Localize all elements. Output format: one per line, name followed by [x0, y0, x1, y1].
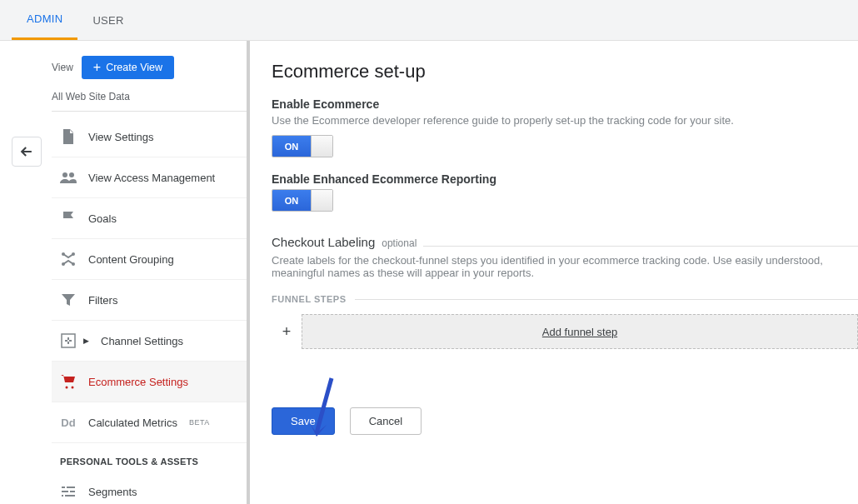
document-icon [60, 128, 77, 145]
top-tabs: ADMIN USER [0, 0, 858, 41]
beta-badge: BETA [189, 418, 210, 427]
filter-icon [60, 292, 77, 308]
section-header-personal: PERSONAL TOOLS & ASSETS [52, 443, 247, 472]
channel-icon [60, 332, 77, 349]
enable-ecommerce-label: Enable Ecommerce [272, 97, 858, 111]
svg-point-2 [62, 252, 65, 256]
toggle-on-label: ON [272, 136, 311, 157]
sidebar-item-view-settings[interactable]: View Settings [52, 117, 247, 157]
enable-enhanced-toggle[interactable]: ON [272, 189, 333, 212]
svg-point-0 [62, 172, 67, 177]
checkout-labeling-title: Checkout Labeling [272, 235, 375, 249]
sidebar-item-access-management[interactable]: View Access Management [52, 157, 247, 198]
toggle-on-label: ON [272, 190, 311, 211]
arrow-left-icon [18, 143, 35, 160]
svg-point-7 [66, 387, 68, 389]
segments-icon [60, 483, 77, 500]
sidebar-item-goals[interactable]: Goals [52, 198, 247, 239]
dd-icon: Dd [60, 414, 77, 431]
funnel-plus-icon: + [272, 314, 302, 349]
sidebar-item-label: View Access Management [88, 172, 215, 184]
create-view-label: Create View [106, 62, 162, 73]
save-button[interactable]: Save [272, 407, 335, 435]
view-label: View [52, 62, 73, 73]
sidebar-item-ecommerce-settings[interactable]: Ecommerce Settings [52, 362, 247, 402]
view-selector[interactable]: All Web Site Data [52, 86, 247, 112]
grouping-icon [60, 251, 77, 267]
enable-enhanced-label: Enable Enhanced Ecommerce Reporting [272, 172, 858, 186]
funnel-steps-label-text: FUNNEL STEPS [272, 294, 347, 304]
tab-user[interactable]: USER [77, 0, 138, 40]
divider [355, 299, 858, 300]
sidebar-item-label: Ecommerce Settings [88, 376, 188, 388]
funnel-steps-label: FUNNEL STEPS [272, 294, 858, 304]
cancel-button[interactable]: Cancel [350, 407, 422, 435]
sidebar-item-content-grouping[interactable]: Content Grouping [52, 239, 247, 280]
sidebar-item-segments[interactable]: Segments [52, 472, 247, 504]
create-view-button[interactable]: + Create View [82, 56, 174, 79]
chevron-right-icon: ▶ [83, 337, 89, 345]
add-funnel-step-button[interactable]: Add funnel step [302, 314, 858, 349]
optional-label: optional [382, 237, 417, 249]
svg-rect-6 [62, 334, 75, 347]
svg-point-1 [69, 172, 74, 177]
sidebar-item-label: Filters [88, 294, 117, 307]
checkout-desc: Create labels for the checkout-funnel st… [272, 254, 858, 279]
content-panel: Ecommerce set-up Enable Ecommerce Use th… [252, 41, 858, 504]
page-title: Ecommerce set-up [272, 61, 858, 82]
sidebar-item-calculated-metrics[interactable]: Dd Calculated Metrics BETA [52, 402, 247, 443]
svg-point-3 [72, 252, 75, 256]
back-button[interactable] [12, 137, 42, 167]
sidebar-item-label: Goals [88, 212, 117, 225]
sidebar-item-filters[interactable]: Filters [52, 280, 247, 321]
svg-point-5 [72, 262, 75, 266]
flag-icon [60, 210, 77, 227]
svg-point-4 [62, 262, 65, 266]
sidebar-item-label: View Settings [88, 131, 154, 143]
toggle-handle [311, 136, 332, 157]
sidebar-item-channel-settings[interactable]: ▶ Channel Settings [52, 321, 247, 362]
toggle-handle [311, 190, 332, 211]
cart-icon [60, 373, 77, 390]
sidebar: View + Create View All Web Site Data Vie… [0, 41, 250, 504]
people-icon [60, 169, 77, 186]
enable-ecommerce-toggle[interactable]: ON [272, 135, 333, 157]
enable-ecommerce-desc: Use the Ecommerce developer reference gu… [272, 114, 858, 127]
tab-admin[interactable]: ADMIN [12, 0, 77, 40]
sidebar-item-label: Calculated Metrics [88, 417, 177, 429]
sidebar-item-label: Content Grouping [88, 253, 174, 266]
plus-icon: + [93, 61, 101, 74]
sidebar-item-label: Channel Settings [101, 335, 183, 347]
svg-point-8 [72, 387, 74, 389]
sidebar-item-label: Segments [88, 486, 137, 498]
divider [423, 246, 858, 247]
